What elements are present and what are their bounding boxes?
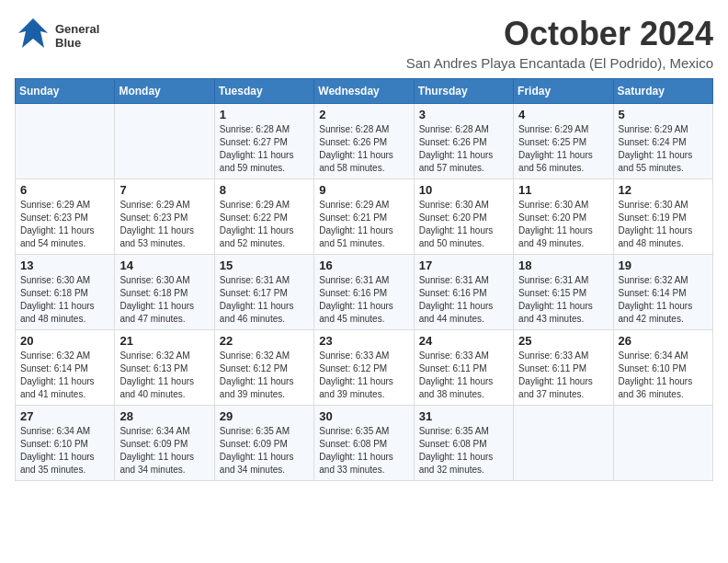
day-detail: Sunrise: 6:30 AMSunset: 6:20 PMDaylight:… [518, 200, 593, 248]
day-number: 21 [119, 334, 209, 348]
title-block: October 2024 San Andres Playa Encantada … [406, 15, 713, 71]
calendar-cell: 8Sunrise: 6:29 AMSunset: 6:22 PMDaylight… [214, 179, 313, 255]
calendar-cell: 26Sunrise: 6:34 AMSunset: 6:10 PMDayligh… [613, 330, 712, 406]
day-number: 30 [319, 409, 408, 423]
calendar-cell: 24Sunrise: 6:33 AMSunset: 6:11 PMDayligh… [414, 330, 513, 406]
logo-line1: General [55, 23, 99, 36]
day-number: 28 [119, 409, 209, 423]
logo-line2: Blue [55, 37, 99, 50]
day-detail: Sunrise: 6:33 AMSunset: 6:11 PMDaylight:… [518, 350, 593, 399]
logo-text: General Blue [55, 23, 99, 50]
day-number: 22 [220, 334, 309, 348]
header: General Blue October 2024 San Andres Pla… [15, 15, 713, 71]
calendar-cell: 23Sunrise: 6:33 AMSunset: 6:12 PMDayligh… [314, 330, 414, 406]
day-number: 17 [419, 259, 508, 272]
day-detail: Sunrise: 6:29 AMSunset: 6:23 PMDaylight:… [119, 200, 194, 248]
calendar-cell: 14Sunrise: 6:30 AMSunset: 6:18 PMDayligh… [115, 255, 214, 330]
day-detail: Sunrise: 6:31 AMSunset: 6:17 PMDaylight:… [220, 275, 294, 324]
weekday-header: Saturday [613, 79, 712, 104]
calendar-cell: 19Sunrise: 6:32 AMSunset: 6:14 PMDayligh… [613, 255, 712, 330]
day-detail: Sunrise: 6:33 AMSunset: 6:11 PMDaylight:… [419, 350, 494, 399]
calendar-cell: 9Sunrise: 6:29 AMSunset: 6:21 PMDaylight… [314, 179, 414, 255]
calendar-cell [16, 104, 115, 179]
calendar-cell: 27Sunrise: 6:34 AMSunset: 6:10 PMDayligh… [16, 406, 115, 481]
calendar-cell [514, 406, 613, 481]
calendar-cell: 4Sunrise: 6:29 AMSunset: 6:25 PMDaylight… [514, 104, 613, 179]
month-title: October 2024 [406, 15, 713, 53]
day-number: 6 [20, 183, 109, 197]
calendar-week-row: 6Sunrise: 6:29 AMSunset: 6:23 PMDaylight… [16, 179, 713, 255]
day-number: 11 [518, 183, 608, 197]
day-detail: Sunrise: 6:32 AMSunset: 6:12 PMDaylight:… [220, 350, 294, 399]
calendar-cell: 3Sunrise: 6:28 AMSunset: 6:26 PMDaylight… [414, 104, 513, 179]
day-detail: Sunrise: 6:35 AMSunset: 6:09 PMDaylight:… [220, 426, 294, 475]
day-detail: Sunrise: 6:29 AMSunset: 6:23 PMDaylight:… [20, 200, 95, 248]
day-detail: Sunrise: 6:32 AMSunset: 6:14 PMDaylight:… [619, 275, 693, 324]
day-number: 16 [319, 259, 408, 272]
day-number: 19 [619, 259, 708, 272]
day-detail: Sunrise: 6:34 AMSunset: 6:09 PMDaylight:… [119, 426, 194, 475]
calendar-cell [613, 406, 712, 481]
day-number: 15 [220, 259, 309, 272]
day-number: 18 [518, 259, 608, 272]
day-number: 9 [319, 183, 408, 197]
calendar-cell: 20Sunrise: 6:32 AMSunset: 6:14 PMDayligh… [16, 330, 115, 406]
calendar-cell: 21Sunrise: 6:32 AMSunset: 6:13 PMDayligh… [115, 330, 214, 406]
calendar-cell: 18Sunrise: 6:31 AMSunset: 6:15 PMDayligh… [514, 255, 613, 330]
day-detail: Sunrise: 6:31 AMSunset: 6:15 PMDaylight:… [518, 275, 593, 324]
logo-icon [15, 15, 51, 58]
day-detail: Sunrise: 6:30 AMSunset: 6:18 PMDaylight:… [20, 275, 95, 324]
weekday-header-row: SundayMondayTuesdayWednesdayThursdayFrid… [16, 79, 713, 104]
day-detail: Sunrise: 6:35 AMSunset: 6:08 PMDaylight:… [319, 426, 393, 475]
calendar-week-row: 13Sunrise: 6:30 AMSunset: 6:18 PMDayligh… [16, 255, 713, 330]
weekday-header: Sunday [16, 79, 115, 104]
calendar-week-row: 1Sunrise: 6:28 AMSunset: 6:27 PMDaylight… [16, 104, 713, 179]
location-title: San Andres Playa Encantada (El Podrido),… [406, 55, 713, 71]
day-number: 29 [220, 409, 309, 423]
day-detail: Sunrise: 6:29 AMSunset: 6:24 PMDaylight:… [619, 124, 693, 173]
day-number: 13 [20, 259, 109, 272]
calendar-cell: 5Sunrise: 6:29 AMSunset: 6:24 PMDaylight… [613, 104, 712, 179]
calendar-week-row: 20Sunrise: 6:32 AMSunset: 6:14 PMDayligh… [16, 330, 713, 406]
weekday-header: Friday [514, 79, 613, 104]
day-detail: Sunrise: 6:34 AMSunset: 6:10 PMDaylight:… [20, 426, 95, 475]
calendar-cell: 28Sunrise: 6:34 AMSunset: 6:09 PMDayligh… [115, 406, 214, 481]
day-number: 8 [220, 183, 309, 197]
day-detail: Sunrise: 6:31 AMSunset: 6:16 PMDaylight:… [319, 275, 393, 324]
calendar-cell: 25Sunrise: 6:33 AMSunset: 6:11 PMDayligh… [514, 330, 613, 406]
calendar-cell: 6Sunrise: 6:29 AMSunset: 6:23 PMDaylight… [16, 179, 115, 255]
calendar-cell: 11Sunrise: 6:30 AMSunset: 6:20 PMDayligh… [514, 179, 613, 255]
calendar-cell: 7Sunrise: 6:29 AMSunset: 6:23 PMDaylight… [115, 179, 214, 255]
weekday-header: Tuesday [214, 79, 313, 104]
calendar-cell: 17Sunrise: 6:31 AMSunset: 6:16 PMDayligh… [414, 255, 513, 330]
calendar-cell [115, 104, 214, 179]
day-detail: Sunrise: 6:31 AMSunset: 6:16 PMDaylight:… [419, 275, 494, 324]
calendar-cell: 2Sunrise: 6:28 AMSunset: 6:26 PMDaylight… [314, 104, 414, 179]
day-detail: Sunrise: 6:28 AMSunset: 6:26 PMDaylight:… [419, 124, 494, 173]
day-number: 5 [619, 108, 708, 121]
day-number: 7 [119, 183, 209, 197]
day-detail: Sunrise: 6:28 AMSunset: 6:26 PMDaylight:… [319, 124, 393, 173]
calendar-cell: 22Sunrise: 6:32 AMSunset: 6:12 PMDayligh… [214, 330, 313, 406]
calendar-week-row: 27Sunrise: 6:34 AMSunset: 6:10 PMDayligh… [16, 406, 713, 481]
day-number: 2 [319, 108, 408, 121]
calendar-cell: 16Sunrise: 6:31 AMSunset: 6:16 PMDayligh… [314, 255, 414, 330]
day-detail: Sunrise: 6:29 AMSunset: 6:21 PMDaylight:… [319, 200, 393, 248]
calendar-cell: 31Sunrise: 6:35 AMSunset: 6:08 PMDayligh… [414, 406, 513, 481]
calendar-table: SundayMondayTuesdayWednesdayThursdayFrid… [15, 78, 713, 481]
weekday-header: Thursday [414, 79, 513, 104]
calendar-cell: 12Sunrise: 6:30 AMSunset: 6:19 PMDayligh… [613, 179, 712, 255]
day-number: 23 [319, 334, 408, 348]
day-number: 12 [619, 183, 708, 197]
day-detail: Sunrise: 6:33 AMSunset: 6:12 PMDaylight:… [319, 350, 393, 399]
day-detail: Sunrise: 6:32 AMSunset: 6:14 PMDaylight:… [20, 350, 95, 399]
day-number: 31 [419, 409, 508, 423]
day-number: 20 [20, 334, 109, 348]
day-detail: Sunrise: 6:29 AMSunset: 6:22 PMDaylight:… [220, 200, 294, 248]
day-detail: Sunrise: 6:34 AMSunset: 6:10 PMDaylight:… [619, 350, 693, 399]
day-number: 3 [419, 108, 508, 121]
calendar-cell: 29Sunrise: 6:35 AMSunset: 6:09 PMDayligh… [214, 406, 313, 481]
calendar-cell: 13Sunrise: 6:30 AMSunset: 6:18 PMDayligh… [16, 255, 115, 330]
day-detail: Sunrise: 6:28 AMSunset: 6:27 PMDaylight:… [220, 124, 294, 173]
day-number: 25 [518, 334, 608, 348]
